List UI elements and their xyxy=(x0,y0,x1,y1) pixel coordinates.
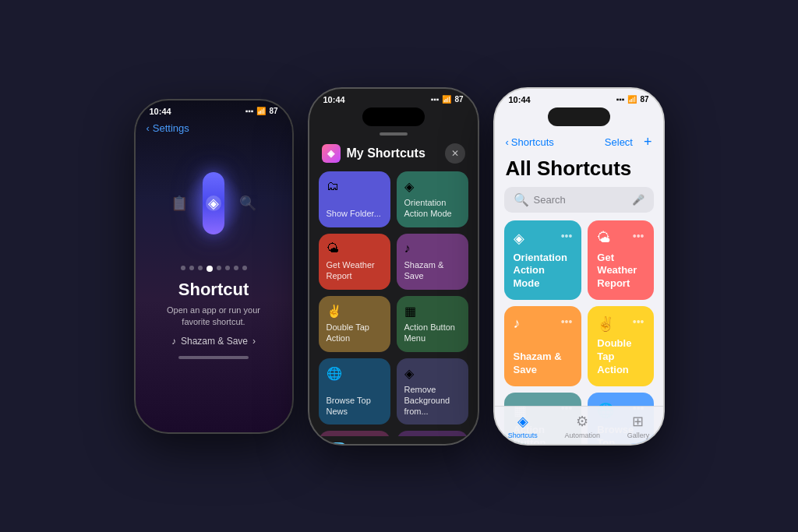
action-pill: ◈ xyxy=(203,172,224,234)
phones-container: 10:44 ▪▪▪ 📶 87 ‹ Settings 📋 🔍 xyxy=(118,72,680,461)
modal-title-icon: ◈ xyxy=(322,144,341,163)
list-item[interactable]: 🌐 Browse Top News xyxy=(319,358,390,425)
status-icons-3: ▪▪▪ 📶 87 xyxy=(616,95,649,104)
battery-3: 87 xyxy=(640,95,648,104)
modal-handle xyxy=(380,132,408,136)
nav-bar-3: ‹ Shortcuts Select + xyxy=(495,129,663,157)
home-bar-1 xyxy=(178,356,249,359)
dots-row xyxy=(136,266,292,272)
card-label: Shazam & Save xyxy=(404,259,461,282)
status-bar-1: 10:44 ▪▪▪ 📶 87 xyxy=(136,100,292,119)
card-top-row: ✌ ••• xyxy=(597,315,644,333)
card-label: Orientation Action Mode xyxy=(404,197,461,220)
more-icon[interactable]: ••• xyxy=(633,315,644,328)
more-icon[interactable]: ••• xyxy=(633,230,644,242)
shortcut-subtitle: Open an app or run your favorite shortcu… xyxy=(136,305,292,329)
card-top-row: 🌤 ••• xyxy=(597,230,644,246)
list-item[interactable]: ♪ Share My Week In Music xyxy=(319,431,390,435)
card-label: Browse Top News xyxy=(327,395,383,417)
modal-title: ◈ My Shortcuts xyxy=(322,144,425,163)
card-icon: 🗂 xyxy=(327,179,383,193)
add-shortcut-button[interactable]: + xyxy=(644,134,652,150)
modal-title-text: My Shortcuts xyxy=(347,146,425,160)
search-placeholder: Search xyxy=(534,194,627,206)
card-icon-doubletap: ✌ xyxy=(597,315,614,333)
signal-icon-2: ▪▪▪ xyxy=(431,95,440,104)
list-item[interactable]: ♪ Apple Music Wrapped xyxy=(397,431,468,435)
modal-header: ◈ My Shortcuts ✕ xyxy=(309,140,478,171)
card-icon: ✌ xyxy=(327,304,383,319)
list-item[interactable]: 🗂 Show Folder... xyxy=(319,171,390,227)
shortcuts-grid-2: 🗂 Show Folder... ◈ Orientation Action Mo… xyxy=(309,171,478,436)
list-item[interactable]: ◈ Remove Background from... xyxy=(397,358,468,425)
dot-2 xyxy=(189,266,194,270)
status-bar-3: 10:44 ▪▪▪ 📶 87 xyxy=(495,89,663,107)
select-button[interactable]: Select xyxy=(605,136,633,148)
card-label: Remove Background from... xyxy=(404,384,461,417)
tab-gallery[interactable]: ⊞ Gallery xyxy=(627,413,650,439)
signal-icon: ▪▪▪ xyxy=(245,107,254,115)
list-item[interactable]: ✌ Double Tap Action xyxy=(319,296,390,352)
wifi-icon-3: 📶 xyxy=(627,95,637,104)
card-top-row: ♪ ••• xyxy=(514,315,573,332)
gallery-tab-label: Gallery xyxy=(627,432,650,439)
dot-5 xyxy=(217,266,221,270)
shazam-label: Shazam & Save xyxy=(181,336,248,347)
search-icon-3: 🔍 xyxy=(514,192,529,207)
card-icon-shazam: ♪ xyxy=(514,315,521,332)
time-2: 10:44 xyxy=(323,95,345,104)
back-label-1: Settings xyxy=(153,122,189,134)
search-bar[interactable]: 🔍 Search 🎤 xyxy=(504,187,654,213)
shortcut-title: Shortcut xyxy=(136,280,292,300)
gallery-tab-icon: ⊞ xyxy=(632,413,644,430)
card-label: Action Button Menu xyxy=(404,322,461,344)
card-label-orientation: Orientation Action Mode xyxy=(514,252,573,291)
phone1-screen: 10:44 ▪▪▪ 📶 87 ‹ Settings 📋 🔍 xyxy=(136,100,292,432)
card-label-doubletap: Double Tap Action xyxy=(597,337,644,377)
card-icon: ▦ xyxy=(404,304,461,319)
close-button[interactable]: ✕ xyxy=(445,143,465,164)
card-icon-weather: 🌤 xyxy=(597,230,611,246)
dynamic-island-3 xyxy=(548,107,610,126)
back-button-3[interactable]: ‹ Shortcuts xyxy=(506,136,554,148)
list-item[interactable]: ◈ Orientation Action Mode xyxy=(397,171,468,227)
action-button-visual: 📋 🔍 ◈ xyxy=(136,153,292,254)
card-label: Show Folder... xyxy=(327,208,383,219)
dot-3 xyxy=(198,266,203,270)
list-item[interactable]: ✌ ••• Double Tap Action xyxy=(588,306,653,386)
card-icon: ♪ xyxy=(404,241,461,255)
list-item[interactable]: 🌤 Get Weather Report xyxy=(319,234,390,290)
phone3-screen: 10:44 ▪▪▪ 📶 87 ‹ Shortcuts Select + All … xyxy=(495,89,663,444)
nav-actions: Select + xyxy=(605,134,652,150)
tab-bar: ◈ Shortcuts ⚙ Automation ⊞ Gallery xyxy=(495,406,663,444)
list-item[interactable]: 🌤 ••• Get Weather Report xyxy=(588,220,653,301)
shazam-row: ♪ Shazam & Save › xyxy=(136,336,292,347)
more-icon[interactable]: ••• xyxy=(561,230,573,242)
shortcuts-tab-icon: ◈ xyxy=(517,413,528,430)
phone-1: 10:44 ▪▪▪ 📶 87 ‹ Settings 📋 🔍 xyxy=(134,99,294,434)
tab-shortcuts[interactable]: ◈ Shortcuts xyxy=(508,413,538,439)
battery-1: 87 xyxy=(269,107,277,115)
list-item[interactable]: ♪ ••• Shazam & Save xyxy=(504,306,582,386)
time-3: 10:44 xyxy=(509,95,531,104)
battery-2: 87 xyxy=(454,95,463,104)
list-item[interactable]: ♪ Shazam & Save xyxy=(397,234,468,290)
mic-icon: 🎤 xyxy=(632,194,644,206)
status-bar-2: 10:44 ▪▪▪ 📶 87 xyxy=(309,89,478,107)
back-button-1[interactable]: ‹ Settings xyxy=(136,119,292,137)
dot-7 xyxy=(234,266,238,270)
phone-2: 10:44 ▪▪▪ 📶 87 ◈ My Shortcuts ✕ 🗂 xyxy=(308,87,479,446)
dot-8 xyxy=(242,266,247,270)
more-icon[interactable]: ••• xyxy=(561,315,573,328)
card-top-row: ◈ ••• xyxy=(514,230,573,247)
card-label: Double Tap Action xyxy=(327,322,383,344)
status-icons-2: ▪▪▪ 📶 87 xyxy=(431,95,464,104)
list-item[interactable]: ◈ ••• Orientation Action Mode xyxy=(504,220,582,301)
list-item[interactable]: ▦ Action Button Menu xyxy=(397,296,468,352)
tab-automation[interactable]: ⚙ Automation xyxy=(564,413,600,439)
card-icon: 🌤 xyxy=(327,241,383,255)
shortcuts-tab-label: Shortcuts xyxy=(508,432,538,439)
card-label-weather: Get Weather Report xyxy=(597,252,644,291)
automation-tab-label: Automation xyxy=(564,432,600,439)
card-icon-orientation: ◈ xyxy=(514,230,524,247)
